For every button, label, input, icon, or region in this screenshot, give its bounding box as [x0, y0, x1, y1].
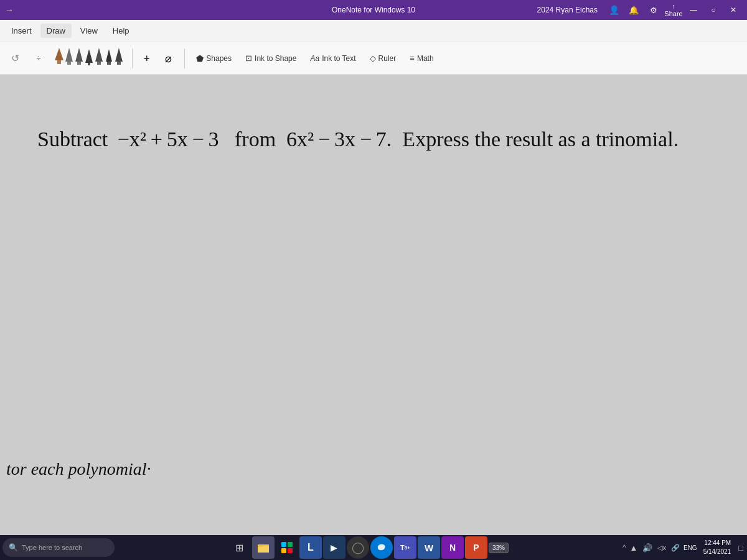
pen-tool-4[interactable]: [85, 48, 93, 69]
title-bar-left: →: [5, 5, 14, 15]
chevron-up-icon[interactable]: ^: [622, 543, 626, 552]
add-pen-button[interactable]: +: [139, 50, 154, 67]
math-problem-text: Subtract −x² + 5x − 3 from 6x² − 3x − 7.…: [37, 124, 679, 154]
math-icon: ≡: [410, 54, 415, 63]
svg-marker-8: [95, 48, 103, 62]
separator-1: [132, 49, 133, 68]
time-display: 12:44 PM: [703, 539, 731, 548]
svg-marker-10: [106, 49, 112, 62]
user-name: 2024 Ryan Eichas: [537, 6, 598, 14]
svg-rect-5: [77, 62, 81, 65]
pen-tool-2[interactable]: [65, 48, 73, 69]
pen-tool-5[interactable]: [95, 48, 103, 69]
eraser-type-button[interactable]: ÷: [29, 49, 49, 68]
ink-to-text-button[interactable]: Aa Ink to Text: [305, 52, 360, 65]
back-arrow[interactable]: →: [5, 5, 14, 15]
taskbar: 🔍 Type here to search ⊞ L ▶ ◯ T: [0, 535, 747, 560]
app-title: OneNote for Windows 10: [332, 6, 415, 14]
maximize-button[interactable]: ○: [705, 3, 722, 17]
svg-rect-18: [288, 542, 293, 547]
search-placeholder: Type here to search: [22, 544, 82, 551]
close-button[interactable]: ✕: [725, 3, 742, 17]
ink-to-shape-label: Ink to Shape: [255, 54, 296, 63]
account-button[interactable]: 👤: [605, 3, 622, 17]
shapes-label: Shapes: [206, 54, 232, 63]
math-label: Math: [417, 54, 434, 63]
toolbar: ↺ ÷: [0, 42, 747, 75]
lasso-button[interactable]: ⌀: [158, 49, 178, 68]
taskbar-app-menu[interactable]: [276, 536, 298, 559]
svg-rect-15: [258, 546, 269, 553]
svg-rect-16: [258, 544, 263, 547]
svg-marker-6: [85, 49, 93, 63]
pen-tool-3[interactable]: [75, 48, 83, 69]
svg-rect-1: [57, 60, 61, 64]
svg-rect-20: [288, 548, 293, 553]
ink-to-shape-button[interactable]: ⊡ Ink to Shape: [240, 51, 301, 65]
taskbar-app-ppt[interactable]: P: [465, 536, 487, 559]
pen-tool-7[interactable]: [115, 48, 123, 69]
menu-bar: Insert Draw View Help: [0, 20, 747, 42]
menu-view[interactable]: View: [74, 24, 104, 38]
minimize-button[interactable]: —: [685, 3, 702, 17]
taskbar-app-explorer[interactable]: [252, 536, 275, 559]
shapes-icon: ⬟: [196, 54, 204, 63]
menu-help[interactable]: Help: [106, 24, 136, 38]
taskbar-app-word[interactable]: W: [418, 536, 440, 559]
menu-insert[interactable]: Insert: [5, 24, 38, 38]
title-bar-controls: 2024 Ryan Eichas 👤 🔔 ⚙ ↑ Share — ○ ✕: [537, 3, 742, 17]
taskbar-app-onenote[interactable]: N: [441, 536, 464, 559]
notifications-button[interactable]: 🔔: [625, 3, 642, 17]
ink-to-text-icon: Aa: [310, 54, 319, 63]
plus-icon: +: [144, 53, 149, 64]
svg-marker-12: [115, 48, 123, 62]
svg-rect-19: [281, 548, 286, 553]
settings-button[interactable]: ⚙: [645, 3, 662, 17]
shapes-button[interactable]: ⬟ Shapes: [191, 51, 237, 66]
taskbar-apps: ⊞ L ▶ ◯ T5+ W N P 3: [117, 536, 620, 559]
taskbar-app-arrow[interactable]: ▶: [323, 536, 345, 559]
speaker-icon[interactable]: ◁x: [656, 544, 667, 552]
wifi-icon[interactable]: ▲: [629, 543, 639, 553]
battery-indicator: 33%: [489, 543, 509, 553]
ink-to-shape-icon: ⊡: [245, 54, 252, 63]
taskbar-datetime: 12:44 PM 5/14/2021: [700, 539, 735, 556]
taskbar-search[interactable]: 🔍 Type here to search: [2, 538, 115, 557]
math-button[interactable]: ≡ Math: [405, 51, 438, 65]
taskbar-app-l[interactable]: L: [299, 536, 322, 559]
svg-rect-17: [281, 542, 286, 547]
partial-bottom-text: tor each polynomial·: [0, 459, 151, 479]
volume-icon[interactable]: 🔊: [641, 543, 654, 553]
undo-button[interactable]: ↺: [5, 49, 25, 68]
ruler-icon: ◇: [370, 54, 376, 63]
svg-marker-4: [75, 48, 83, 62]
svg-rect-9: [97, 62, 101, 65]
pen-tool-6[interactable]: [105, 48, 113, 69]
ruler-label: Ruler: [378, 54, 397, 63]
language-indicator: ENG: [684, 544, 697, 551]
svg-marker-0: [55, 48, 63, 60]
svg-marker-2: [65, 48, 73, 62]
date-display: 5/14/2021: [703, 548, 731, 556]
taskbar-sys-tray: ^ ▲ 🔊 ◁x 🔗 ENG 12:44 PM 5/14/2021 □: [622, 539, 745, 556]
taskbar-app-circle[interactable]: ◯: [347, 536, 369, 559]
svg-rect-13: [117, 62, 121, 65]
canvas-area[interactable]: Subtract −x² + 5x − 3 from 6x² − 3x − 7.…: [0, 75, 747, 535]
ink-to-text-label: Ink to Text: [322, 54, 355, 63]
taskbar-app-edge[interactable]: [370, 536, 393, 559]
search-icon: 🔍: [9, 543, 18, 552]
svg-rect-11: [107, 62, 111, 65]
menu-draw[interactable]: Draw: [40, 24, 72, 38]
pen-tool-1[interactable]: [55, 48, 63, 69]
pen-tools-group: [52, 48, 126, 69]
taskbar-app-table[interactable]: ⊞: [228, 536, 251, 559]
ruler-button[interactable]: ◇ Ruler: [365, 51, 402, 65]
svg-rect-7: [88, 63, 90, 65]
separator-2: [184, 49, 185, 68]
title-bar: → OneNote for Windows 10 2024 Ryan Eicha…: [0, 0, 747, 20]
share-button[interactable]: ↑ Share: [665, 3, 682, 17]
taskbar-app-teams[interactable]: T5+: [394, 536, 416, 559]
notification-icon[interactable]: □: [737, 543, 745, 553]
network-icon[interactable]: 🔗: [670, 544, 681, 552]
svg-rect-3: [67, 62, 71, 65]
